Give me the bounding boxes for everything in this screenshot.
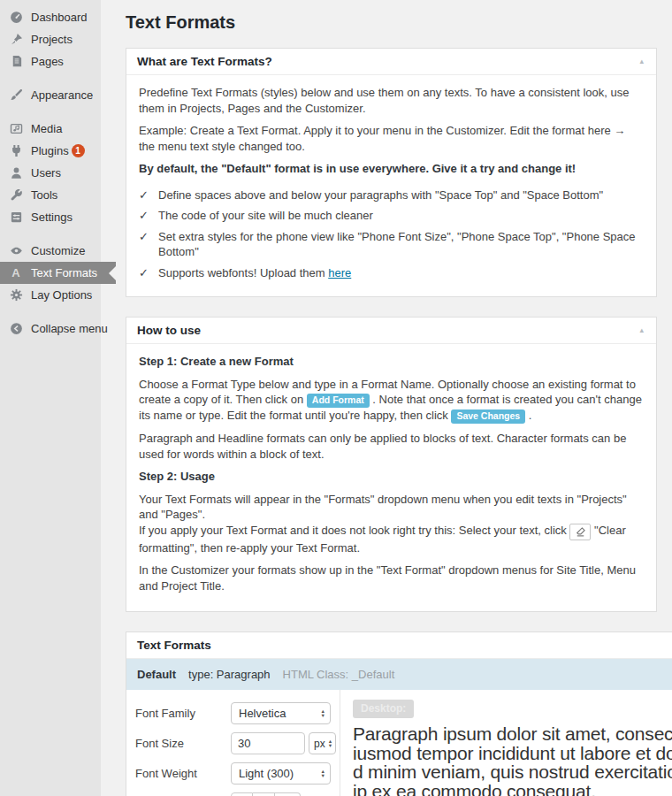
sidebar-item-label: Dashboard xyxy=(31,11,88,24)
format-fields-column: Font Family Helvetica ▲▼ Font Size px ▲▼ xyxy=(126,690,340,796)
admin-sidebar: Dashboard Projects Pages Appearance Medi… xyxy=(0,0,101,796)
sidebar-item-label: Customize xyxy=(31,244,85,257)
italic-button[interactable]: I xyxy=(231,792,253,796)
sidebar-item-label: Lay Options xyxy=(31,288,92,302)
check-icon: ✓ xyxy=(139,208,151,224)
brush-icon xyxy=(8,88,24,103)
checklist-item-text: Set extra styles for the phone view like… xyxy=(158,229,644,260)
sidebar-item-plugins[interactable]: Plugins 1 xyxy=(0,140,101,162)
underline-button[interactable]: U xyxy=(253,792,275,796)
font-size-unit-value: px xyxy=(314,738,325,750)
sidebar-item-label: Tools xyxy=(31,188,57,202)
sidebar-item-appearance[interactable]: Appearance xyxy=(0,84,101,106)
about-paragraph-1: Predefine Text Formats (styles) below an… xyxy=(139,85,644,116)
font-family-label: Font Family xyxy=(135,707,231,720)
clear-formatting-icon xyxy=(569,524,591,540)
pages-icon xyxy=(8,54,24,69)
panel-title: What are Text Formats? xyxy=(137,55,272,68)
font-family-select[interactable]: Helvetica ▲▼ xyxy=(231,702,331,724)
sidebar-item-label: Users xyxy=(31,166,61,180)
collapse-arrow-icon xyxy=(8,321,24,336)
gear-icon xyxy=(8,287,24,302)
eye-icon xyxy=(8,243,24,258)
checklist-item: ✓Set extra styles for the phone view lik… xyxy=(139,229,644,260)
panel-header-text-formats[interactable]: Text Formats xyxy=(126,632,672,659)
panel-body: Predefine Text Formats (styles) below an… xyxy=(126,75,656,296)
select-stepper-icon: ▲▼ xyxy=(318,709,325,717)
step2-heading: Step 2: Usage xyxy=(139,469,644,485)
settings-icon xyxy=(8,210,24,225)
step1-paragraph: Choose a Format Type below and type in a… xyxy=(139,377,644,425)
font-family-row: Font Family Helvetica ▲▼ xyxy=(135,700,340,726)
user-icon xyxy=(8,165,24,180)
check-icon: ✓ xyxy=(139,188,151,203)
format-editor: Font Family Helvetica ▲▼ Font Size px ▲▼ xyxy=(126,690,672,796)
dashboard-icon xyxy=(8,10,24,25)
sidebar-item-dashboard[interactable]: Dashboard xyxy=(0,6,101,28)
panel-title: How to use xyxy=(137,324,201,337)
sidebar-item-customize[interactable]: Customize xyxy=(0,240,101,262)
media-icon xyxy=(8,121,24,136)
panel-what-are-text-formats: What are Text Formats? ▴ Predefine Text … xyxy=(126,48,657,297)
sidebar-item-label: Projects xyxy=(31,33,73,46)
select-stepper-icon: ▲▼ xyxy=(325,739,332,747)
sidebar-item-label: Media xyxy=(31,122,62,135)
select-stepper-icon: ▲▼ xyxy=(318,769,325,777)
sidebar-item-label: Text Formats xyxy=(31,266,97,279)
plug-icon xyxy=(8,143,24,158)
sidebar-item-settings[interactable]: Settings xyxy=(0,206,101,228)
checklist-item-text: Define spaces above and below your parag… xyxy=(158,188,603,203)
step2-paragraph-1: Your Text Formats will appear in the "Fo… xyxy=(139,492,644,523)
sidebar-item-pages[interactable]: Pages xyxy=(0,50,101,73)
add-format-button-illustration: Add Format xyxy=(307,394,370,408)
font-style-button-group: I U TT xyxy=(231,792,301,796)
font-size-row: Font Size px ▲▼ xyxy=(135,731,340,756)
panel-text-formats-editor: Text Formats Default type: Paragraph HTM… xyxy=(126,631,672,796)
desktop-preview-badge: Desktop: xyxy=(353,700,414,718)
step2-paragraph-3: In the Customizer your formats show up i… xyxy=(139,563,644,593)
admin-menu: Dashboard Projects Pages Appearance Medi… xyxy=(0,6,101,340)
panel-body: Step 1: Create a new Format Choose a For… xyxy=(126,344,656,611)
desktop-preview-text: Paragraph ipsum dolor sit amet, consecte… xyxy=(353,724,672,796)
font-size-label: Font Size xyxy=(135,737,231,750)
check-icon: ✓ xyxy=(139,265,151,281)
step2-paragraph-2: If you apply your Text Format and it doe… xyxy=(139,523,644,556)
collapse-toggle-icon[interactable]: ▴ xyxy=(638,56,645,67)
font-weight-label: Font Weight xyxy=(135,767,231,780)
pin-icon xyxy=(8,32,24,47)
font-size-unit-select[interactable]: px ▲▼ xyxy=(309,732,336,754)
sidebar-item-tools[interactable]: Tools xyxy=(0,184,101,206)
page-title: Text Formats xyxy=(126,12,672,33)
sidebar-item-label: Plugins xyxy=(31,144,69,157)
letter-a-icon: A xyxy=(8,265,24,280)
format-row-header[interactable]: Default type: Paragraph HTML Class: _Def… xyxy=(126,659,672,690)
font-style-row: Font Style I U TT xyxy=(135,791,340,796)
sidebar-item-label: Collapse menu xyxy=(31,322,108,335)
font-weight-select[interactable]: Light (300) ▲▼ xyxy=(231,762,331,785)
sidebar-item-collapse-menu[interactable]: Collapse menu xyxy=(0,318,101,340)
sidebar-item-label: Pages xyxy=(31,55,64,68)
sidebar-item-media[interactable]: Media xyxy=(0,118,101,140)
checklist-item: ✓The code of your site will be much clea… xyxy=(139,208,644,224)
panel-header-what-are-text-formats[interactable]: What are Text Formats? ▴ xyxy=(126,49,656,75)
sidebar-item-text-formats[interactable]: A Text Formats xyxy=(0,262,116,284)
font-weight-value: Light (300) xyxy=(239,767,294,780)
checklist-item-text: The code of your site will be much clean… xyxy=(158,208,373,224)
step1-heading: Step 1: Create a new Format xyxy=(139,354,644,370)
font-weight-row: Font Weight Light (300) ▲▼ xyxy=(135,761,340,786)
webfonts-here-link[interactable]: here xyxy=(328,266,351,279)
font-family-value: Helvetica xyxy=(239,707,286,720)
sidebar-item-lay-options[interactable]: Lay Options xyxy=(0,284,101,306)
collapse-toggle-icon[interactable]: ▴ xyxy=(638,325,645,336)
format-name: Default xyxy=(137,668,176,681)
font-size-input[interactable] xyxy=(231,732,305,754)
sidebar-item-label: Settings xyxy=(31,210,73,224)
sidebar-item-projects[interactable]: Projects xyxy=(0,28,101,50)
sidebar-item-users[interactable]: Users xyxy=(0,162,101,184)
panel-header-how-to-use[interactable]: How to use ▴ xyxy=(126,318,656,344)
about-paragraph-3: By default, the "Default" format is in u… xyxy=(139,161,644,177)
wrench-icon xyxy=(8,188,24,203)
smallcaps-button[interactable]: TT xyxy=(275,792,301,796)
checklist-item-text: Supports webfonts! Upload them here xyxy=(158,265,351,281)
step1-paragraph-2: Paragraph and Headline formats can only … xyxy=(139,431,644,462)
